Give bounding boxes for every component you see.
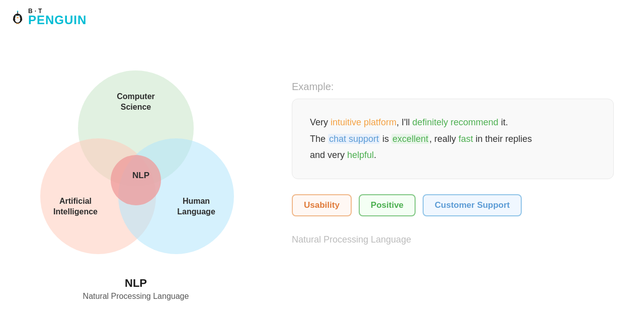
nlp-subtitle: Natural Processing Language [83,292,189,301]
example-text: Very intuitive platform, I'll definitely… [310,114,596,163]
nlp-footer-label: Natural Processing Language [292,234,614,245]
venn-bottom: NLP Natural Processing Language [83,277,189,301]
tag-positive[interactable]: Positive [359,194,416,216]
highlight-definitely-recommend: definitely recommend [413,117,499,127]
main-content: ComputerScience ArtificialIntelligence H… [0,0,644,316]
label-artificial-intelligence: ArtificialIntelligence [45,196,106,217]
label-human-language: HumanLanguage [169,196,224,217]
left-panel: ComputerScience ArtificialIntelligence H… [0,10,272,316]
right-panel: Example: Very intuitive platform, I'll d… [272,10,644,316]
example-label: Example: [292,81,614,93]
highlight-fast: fast [458,134,473,144]
text-part6: , really [429,134,458,144]
highlight-intuitive-platform: intuitive platform [331,117,396,127]
venn-diagram: ComputerScience ArtificialIntelligence H… [25,60,247,272]
nlp-title: NLP [83,277,189,290]
tags-row: Usability Positive Customer Support [292,194,614,216]
text-part7: in their replies [473,134,532,144]
tag-usability[interactable]: Usability [292,194,352,216]
tag-customer-support[interactable]: Customer Support [423,194,522,216]
text-part3: it. [499,117,508,127]
example-card: Very intuitive platform, I'll definitely… [292,99,614,179]
text-part2: , I'll [396,117,412,127]
text-part8: and very [310,150,347,160]
text-part5: is [380,134,391,144]
text-part9: . [374,150,376,160]
highlight-excellent: excellent [391,134,429,144]
label-computer-science: ComputerScience [103,92,169,113]
text-part4: The [310,134,328,144]
highlight-chat-support: chat support [328,134,380,144]
text-part1: Very [310,117,331,127]
highlight-helpful: helpful [347,150,374,160]
label-nlp-center: NLP [121,170,161,181]
